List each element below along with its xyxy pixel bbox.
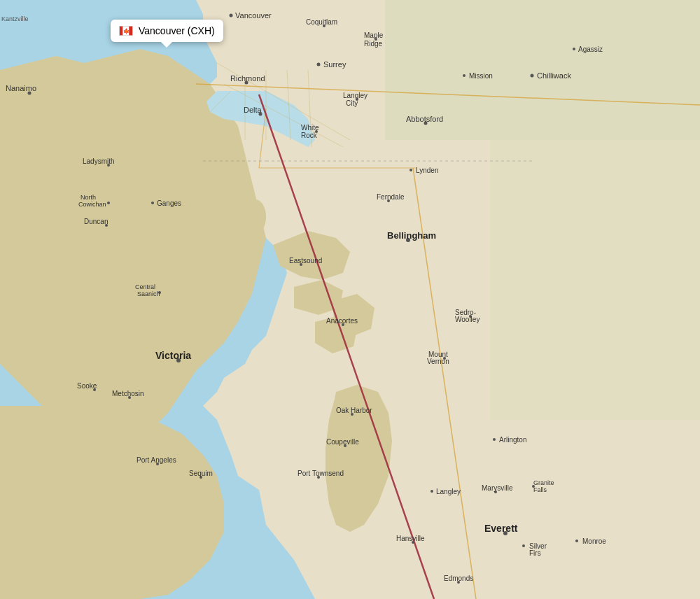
svg-text:Nanaimo: Nanaimo xyxy=(6,84,36,92)
svg-text:Oak Harbor: Oak Harbor xyxy=(336,407,372,414)
svg-text:Maple: Maple xyxy=(364,31,384,39)
svg-text:Hansville: Hansville xyxy=(396,535,425,542)
svg-text:White: White xyxy=(301,124,319,132)
canada-flag-icon: 🍁 xyxy=(119,26,133,36)
svg-text:Everett: Everett xyxy=(484,523,518,534)
svg-point-45 xyxy=(531,74,534,78)
svg-text:Ladysmith: Ladysmith xyxy=(83,157,115,165)
svg-text:Edmonds: Edmonds xyxy=(444,575,473,582)
svg-text:Marysville: Marysville xyxy=(482,484,513,492)
map-container: Vancouver Coquitlam Maple Ridge Agassiz … xyxy=(0,0,700,599)
svg-point-107 xyxy=(430,490,433,493)
svg-text:Duncan: Duncan xyxy=(84,218,108,225)
svg-point-65 xyxy=(107,202,110,204)
svg-text:Metchosin: Metchosin xyxy=(112,390,144,397)
svg-text:Vernon: Vernon xyxy=(427,358,449,365)
svg-text:Woolley: Woolley xyxy=(455,316,479,323)
svg-text:Sequim: Sequim xyxy=(189,470,213,477)
svg-text:Mission: Mission xyxy=(469,72,493,80)
svg-text:Central: Central xyxy=(135,283,155,290)
svg-text:Ferndale: Ferndale xyxy=(377,193,405,201)
svg-point-32 xyxy=(230,14,233,17)
svg-text:Sooke: Sooke xyxy=(77,382,97,390)
svg-text:Eastsound: Eastsound xyxy=(289,257,322,265)
svg-text:Coquitlam: Coquitlam xyxy=(306,18,337,26)
svg-text:Cowichan: Cowichan xyxy=(78,201,106,208)
svg-text:Saanich: Saanich xyxy=(137,290,160,297)
svg-point-6 xyxy=(206,260,227,286)
svg-text:Lynden: Lynden xyxy=(416,167,438,174)
svg-rect-16 xyxy=(490,140,700,420)
svg-point-10 xyxy=(245,199,266,234)
svg-text:Rock: Rock xyxy=(301,132,318,139)
svg-text:Monroe: Monroe xyxy=(582,537,606,545)
svg-text:Ridge: Ridge xyxy=(364,40,383,48)
svg-text:Chilliwack: Chilliwack xyxy=(537,71,571,80)
svg-text:Delta: Delta xyxy=(244,106,262,114)
svg-point-39 xyxy=(573,48,575,50)
svg-text:Port Angeles: Port Angeles xyxy=(136,456,176,464)
svg-text:City: City xyxy=(346,99,358,107)
svg-text:Richmond: Richmond xyxy=(230,74,265,83)
svg-text:North: North xyxy=(80,194,96,201)
svg-text:Coupeville: Coupeville xyxy=(326,438,359,446)
svg-text:Langley: Langley xyxy=(343,92,368,99)
svg-point-41 xyxy=(317,63,321,66)
vancouver-popup: 🍁 Vancouver (CXH) xyxy=(111,20,223,42)
svg-text:Firs: Firs xyxy=(529,549,541,557)
svg-text:Kantzville: Kantzville xyxy=(1,15,29,22)
svg-text:Surrey: Surrey xyxy=(323,60,346,69)
svg-text:Langley: Langley xyxy=(436,488,461,495)
svg-point-43 xyxy=(463,74,465,77)
svg-text:🍁: 🍁 xyxy=(123,28,130,34)
svg-point-5 xyxy=(175,283,203,318)
svg-text:Agassiz: Agassiz xyxy=(578,45,603,53)
svg-point-70 xyxy=(151,202,154,204)
svg-text:Ganges: Ganges xyxy=(157,199,181,207)
svg-text:Victoria: Victoria xyxy=(155,350,191,361)
svg-text:Anacortes: Anacortes xyxy=(326,317,358,325)
svg-point-97 xyxy=(493,438,496,441)
svg-text:Falls: Falls xyxy=(533,486,547,493)
svg-text:Granite: Granite xyxy=(533,479,554,486)
svg-point-118 xyxy=(522,544,525,547)
svg-point-63 xyxy=(410,169,412,171)
svg-text:Vancouver: Vancouver xyxy=(235,11,272,20)
svg-text:Bellingham: Bellingham xyxy=(387,230,436,241)
svg-point-11 xyxy=(230,225,246,251)
popup-city-label: Vancouver (CXH) xyxy=(139,25,215,36)
svg-point-121 xyxy=(575,540,578,542)
svg-text:Port Townsend: Port Townsend xyxy=(298,470,344,477)
svg-text:Arlington: Arlington xyxy=(499,436,526,444)
svg-text:Abbotsford: Abbotsford xyxy=(406,115,443,123)
map-svg: Vancouver Coquitlam Maple Ridge Agassiz … xyxy=(0,0,700,599)
svg-rect-128 xyxy=(130,27,133,36)
